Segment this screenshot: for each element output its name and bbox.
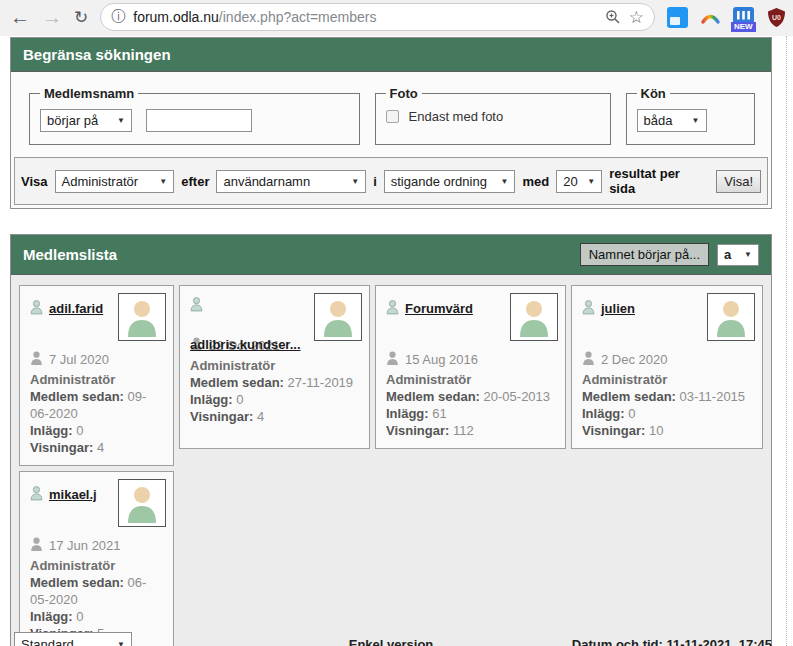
member-list-header: Medlemslista Namnet börjar på... a▼	[11, 235, 771, 275]
member-name-link[interactable]: adlibris.kundser...	[190, 337, 301, 352]
posts-value: 61	[432, 406, 446, 421]
posts-label: Inlägg:	[30, 609, 73, 624]
member-avatar[interactable]	[707, 293, 755, 341]
views-label: Visningar:	[582, 423, 645, 438]
member-group: Administratör	[190, 357, 359, 374]
name-begins-with-button[interactable]: Namnet börjar på...	[580, 243, 709, 266]
page-edge-dotted-line	[786, 36, 787, 646]
show-button[interactable]: Visa!	[716, 170, 761, 193]
member-since-label: Medlem sedan:	[30, 389, 124, 404]
chevron-down-icon: ▼	[117, 116, 125, 125]
gender-legend: Kön	[637, 86, 670, 101]
member-since-value: 20-05-2013	[484, 389, 551, 404]
search-panel-title: Begränsa sökningen	[23, 46, 171, 63]
photo-legend: Foto	[386, 86, 422, 101]
photo-checkbox-label[interactable]: Endast med foto	[409, 109, 504, 124]
extension-new-icon[interactable]: NEW	[733, 7, 754, 28]
member-avatar[interactable]	[118, 479, 166, 527]
new-badge: NEW	[731, 22, 756, 33]
member-online-icon	[190, 297, 203, 315]
gender-fieldset: Kön båda▼	[626, 86, 755, 145]
posts-row: Inlägg: 0	[30, 422, 163, 439]
bookmark-star-icon[interactable]: ☆	[629, 9, 644, 26]
last-active-date: 15 Aug 2016	[405, 352, 478, 367]
posts-label: Inlägg:	[386, 406, 429, 421]
photo-fieldset: Foto Endast med foto	[375, 86, 611, 145]
member-name-link[interactable]: julien	[601, 301, 635, 316]
member-avatar[interactable]	[118, 293, 166, 341]
last-active-date: 7 Jul 2020	[49, 352, 109, 367]
member-name-legend: Medlemsnamn	[40, 86, 138, 101]
name-match-select[interactable]: börjar på▼	[40, 109, 132, 132]
extension-rainbow-icon[interactable]	[700, 7, 721, 28]
zoom-icon[interactable]	[605, 9, 621, 25]
url-text[interactable]: forum.odla.nu/index.php?act=members	[133, 9, 597, 25]
member-list-title: Medlemslista	[23, 246, 117, 263]
member-avatar[interactable]	[510, 293, 558, 341]
reload-button[interactable]: ↻	[74, 9, 88, 26]
member-online-icon	[582, 300, 595, 318]
last-active-icon	[30, 537, 43, 556]
member-online-icon	[386, 300, 399, 318]
posts-row: Inlägg: 61	[386, 405, 555, 422]
svg-text:U0: U0	[772, 13, 781, 20]
ublock-shield-icon[interactable]: U0	[766, 7, 787, 28]
last-active-date: 2 Dec 2020	[601, 352, 668, 367]
chevron-down-icon: ▼	[159, 177, 167, 186]
photo-checkbox[interactable]	[386, 110, 399, 123]
back-button[interactable]: ←	[10, 7, 30, 27]
member-name-input[interactable]	[146, 109, 252, 132]
skin-select[interactable]: Standard▼	[14, 632, 132, 646]
member-since-row: Medlem sedan: 06-05-2020	[30, 574, 163, 608]
sort-field-select[interactable]: användarnamn▼	[216, 170, 366, 193]
member-name-link[interactable]: Forumvärd	[405, 301, 473, 316]
member-since-row: Medlem sedan: 20-05-2013	[386, 388, 555, 405]
group-filter-select[interactable]: Administratör▼	[55, 170, 175, 193]
chevron-down-icon: ▼	[117, 640, 125, 646]
forward-button[interactable]: →	[42, 7, 62, 27]
chevron-down-icon: ▼	[351, 177, 359, 186]
member-cards-grid: adil.farid 7 Jul 2020 Administratör Medl…	[11, 275, 771, 646]
member-name-fieldset: Medlemsnamn börjar på▼	[29, 86, 360, 145]
last-active-row: 7 Jul 2020	[30, 351, 163, 370]
gender-value: båda	[644, 113, 673, 128]
views-value: 4	[97, 440, 104, 455]
views-label: Visningar:	[190, 409, 253, 424]
date-time-text: Datum och tid: 11-11-2021, 17:45	[572, 637, 772, 646]
views-value: 10	[649, 423, 663, 438]
member-since-label: Medlem sedan:	[190, 375, 284, 390]
group-filter-value: Administratör	[62, 174, 139, 189]
member-name-link[interactable]: mikael.j	[49, 487, 97, 502]
per-page-select[interactable]: 20▼	[556, 170, 602, 193]
member-name-link[interactable]: adil.farid	[49, 301, 103, 316]
url-domain: forum.odla.nu	[133, 9, 219, 25]
member-online-icon	[30, 486, 43, 504]
extension-capture-icon[interactable]	[667, 7, 688, 28]
search-panel: Begränsa sökningen Medlemsnamn börjar på…	[10, 37, 772, 209]
last-active-row: 2 Dec 2020	[582, 351, 752, 370]
browser-toolbar: ← → ↻ ⓘ forum.odla.nu/index.php?act=memb…	[0, 0, 793, 36]
member-group: Administratör	[386, 371, 555, 388]
letter-value: a	[724, 247, 731, 262]
member-group: Administratör	[30, 371, 163, 388]
member-card-head: adil.farid	[30, 295, 163, 351]
lofi-version-link[interactable]: Enkel version	[349, 637, 434, 646]
page-info-icon[interactable]: ⓘ	[111, 8, 125, 26]
posts-label: Inlägg:	[190, 392, 233, 407]
posts-label: Inlägg:	[30, 423, 73, 438]
last-active-icon	[386, 351, 399, 370]
address-bar[interactable]: ⓘ forum.odla.nu/index.php?act=members ☆	[100, 3, 655, 31]
posts-value: 0	[628, 406, 635, 421]
member-since-row: Medlem sedan: 03-11-2015	[582, 388, 752, 405]
member-group: Administratör	[30, 557, 163, 574]
chevron-down-icon: ▼	[692, 116, 700, 125]
member-card: Forumvärd 15 Aug 2016 Administratör Medl…	[375, 285, 566, 449]
gender-select[interactable]: båda▼	[637, 109, 707, 132]
sort-order-select[interactable]: stigande ordning▼	[384, 170, 516, 193]
member-avatar[interactable]	[314, 293, 362, 341]
letter-select[interactable]: a▼	[717, 244, 759, 266]
member-since-label: Medlem sedan:	[30, 575, 124, 590]
results-per-page-label: resultat per sida	[609, 166, 709, 196]
member-since-value: 03-11-2015	[680, 389, 746, 404]
search-fieldsets: Medlemsnamn börjar på▼ Foto Endast med f…	[11, 72, 771, 157]
